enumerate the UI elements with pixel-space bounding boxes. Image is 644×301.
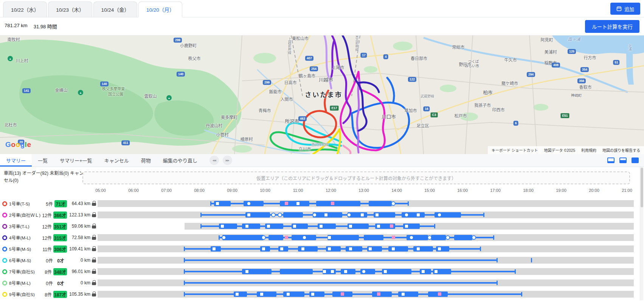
route-stop-segment[interactable] [298, 246, 318, 252]
stop-marker-circle[interactable] [404, 213, 409, 217]
stop-marker-square[interactable] [221, 225, 224, 228]
map-attribution-item[interactable]: 地図の誤りを報告する [602, 147, 640, 153]
stop-marker-circle[interactable] [362, 269, 366, 274]
panel-tab[interactable]: 編集のやり直し [157, 154, 203, 167]
stop-marker-square[interactable] [402, 293, 405, 296]
stop-marker-square[interactable] [328, 236, 331, 239]
stop-marker-circle[interactable] [437, 213, 442, 217]
stop-marker-square[interactable] [438, 247, 441, 250]
stop-marker-square[interactable] [344, 270, 347, 273]
route-stop-segment[interactable] [222, 235, 264, 240]
panel-tab[interactable]: キャンセル [98, 154, 135, 167]
route-stop-segment[interactable] [398, 292, 418, 297]
stop-marker-square[interactable] [267, 225, 270, 228]
stop-marker-pink[interactable] [377, 292, 380, 296]
map-attribution-item[interactable]: 利用規約 [581, 147, 596, 153]
gantt-row[interactable] [98, 277, 634, 289]
stop-marker-pink[interactable] [285, 202, 288, 205]
date-tab[interactable]: 10/20（月） [138, 2, 182, 17]
layout-map-large-icon[interactable] [607, 157, 615, 163]
route-stop-segment[interactable] [280, 201, 309, 206]
map-view[interactable]: 南牧村川上村北杜市金峰山雲取山秩父多摩甲斐国立公園小鹿野町秩父市丹波山村小菅村奥… [0, 36, 644, 154]
stop-marker-circle[interactable] [427, 235, 432, 240]
stop-marker-square[interactable] [293, 225, 296, 228]
stop-marker-square[interactable] [216, 202, 219, 205]
route-stop-segment[interactable] [242, 224, 260, 229]
stop-marker-pink[interactable] [438, 292, 441, 296]
add-date-button[interactable]: 追加 [610, 3, 640, 15]
stop-marker-pink[interactable] [390, 224, 393, 228]
stop-marker-square[interactable] [262, 247, 265, 250]
layout-gantt-large-icon[interactable] [632, 157, 639, 163]
stop-marker-square[interactable] [435, 270, 438, 273]
stop-marker-circle[interactable] [312, 213, 317, 217]
stop-marker-square[interactable] [245, 270, 248, 273]
stop-marker-square[interactable] [245, 225, 248, 228]
stop-marker-square[interactable] [392, 247, 395, 250]
stop-marker-square[interactable] [260, 293, 263, 296]
route-stop-segment[interactable] [364, 235, 383, 240]
stop-marker-pink[interactable] [392, 236, 395, 239]
stop-marker-square[interactable] [280, 247, 283, 250]
stop-marker-square[interactable] [405, 225, 408, 228]
stop-marker-square[interactable] [324, 213, 327, 216]
gantt-row[interactable] [98, 255, 634, 266]
panel-tab[interactable]: サマリー [0, 154, 32, 167]
route-stop-segment[interactable] [283, 212, 303, 218]
route-stop-segment[interactable] [388, 246, 408, 252]
route-stop-segment[interactable] [316, 201, 360, 206]
stop-marker-square[interactable] [213, 247, 216, 250]
gantt-row[interactable] [98, 266, 634, 277]
route-travel-line[interactable] [185, 259, 497, 261]
route-stop-segment[interactable] [268, 235, 283, 240]
map-attribution-item[interactable]: キーボード ショートカット [492, 147, 538, 153]
stop-marker-square[interactable] [287, 293, 290, 296]
stop-marker-pink[interactable] [331, 202, 334, 205]
stop-marker-square[interactable] [376, 213, 379, 216]
gantt-row[interactable] [98, 221, 634, 232]
stop-marker-pink[interactable] [341, 292, 344, 296]
stop-marker-circle[interactable] [445, 235, 450, 240]
gantt-row[interactable] [98, 198, 634, 209]
stop-marker-square[interactable] [377, 225, 380, 228]
stop-marker-square[interactable] [328, 247, 331, 250]
route-stop-segment[interactable] [327, 235, 359, 240]
gantt-row[interactable] [98, 243, 634, 255]
gantt-row[interactable] [98, 209, 634, 221]
stop-marker-square[interactable] [311, 293, 314, 296]
panel-tab[interactable]: サマリー+一覧 [54, 154, 98, 167]
stop-marker-pink[interactable] [285, 236, 288, 239]
route-stop-segment[interactable] [372, 292, 392, 297]
stop-marker-square[interactable] [296, 202, 299, 205]
date-tab[interactable]: 10/24（金） [93, 2, 137, 17]
stop-marker-square[interactable] [369, 247, 372, 250]
vertical-scrollbar[interactable] [640, 167, 643, 300]
route-stop-segment[interactable] [313, 212, 342, 218]
history-forward-button[interactable]: ▶▶ [223, 156, 232, 165]
stop-marker-circle[interactable] [271, 213, 276, 217]
panel-tab[interactable]: 荷物 [135, 154, 157, 167]
stop-marker-circle[interactable] [261, 235, 266, 240]
stop-marker-square[interactable] [301, 247, 304, 250]
stop-marker-square[interactable] [417, 213, 420, 216]
panel-tab[interactable]: 一覧 [32, 154, 54, 167]
stop-marker-square[interactable] [417, 247, 420, 250]
stop-marker-square[interactable] [361, 213, 364, 216]
stop-marker-square[interactable] [349, 247, 352, 250]
gantt-row[interactable] [98, 289, 634, 300]
route-stop-segment[interactable] [369, 201, 392, 206]
scrollbar-thumb[interactable] [641, 168, 643, 207]
stop-marker-square[interactable] [384, 270, 387, 273]
route-stop-segment[interactable] [346, 246, 362, 252]
stop-marker-square[interactable] [422, 270, 425, 273]
route-stop-segment[interactable] [280, 269, 313, 274]
history-back-button[interactable]: ◀◀ [209, 156, 219, 165]
run-route-calc-button[interactable]: ルート計算を実行 [585, 20, 639, 33]
stop-marker-circle[interactable] [247, 201, 251, 206]
date-tab[interactable]: 10/23（木） [48, 2, 92, 17]
layout-split-icon[interactable] [619, 157, 627, 163]
map-attribution-item[interactable]: 地図データ ©2025 [544, 147, 575, 153]
route-stop-segment[interactable] [454, 235, 472, 240]
date-tab[interactable]: 10/22（水） [3, 2, 47, 17]
stop-marker-square[interactable] [323, 270, 326, 273]
